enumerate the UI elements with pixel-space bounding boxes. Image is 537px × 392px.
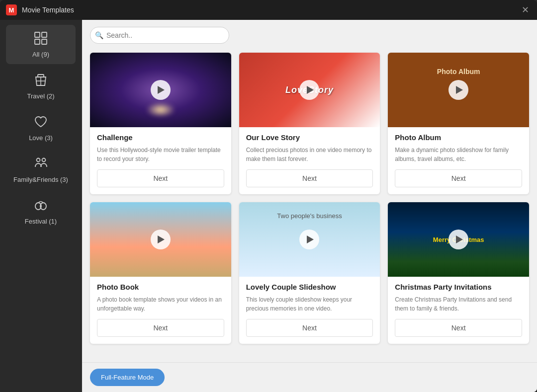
search-input-wrap: 🔍 [90,27,229,44]
family-svg [33,156,48,171]
card-title-lovestory: Our Love Story [246,133,373,142]
card-title-christmas: Christmas Party Invitations [395,283,522,291]
card-desc-coupleshow: This lovely couple slideshow keeps your … [246,295,373,313]
sidebar-item-love[interactable]: Love (3) [6,108,76,148]
sidebar-love-label: Love (3) [29,134,53,142]
sidebar-family-label: Family&Friends (3) [13,176,68,183]
close-button[interactable]: ✕ [519,4,531,16]
grid-svg [33,31,48,46]
sidebar-item-travel[interactable]: Travel (2) [6,67,76,106]
svg-rect-1 [42,32,47,37]
thumb-lovestory [239,53,380,127]
card-desc-lovestory: Collect precious photos in one video mem… [246,146,373,163]
card-desc-photobook: A photo book template shows your videos … [97,295,224,313]
card-title-photoalbum: Photo Album [395,133,522,142]
travel-icon [33,73,48,89]
svg-point-7 [37,158,40,162]
next-button-challenge[interactable]: Next [97,169,224,187]
search-bar: 🔍 [82,20,537,49]
card-title-photobook: Photo Book [97,283,224,291]
titlebar: M Movie Templates ✕ [0,0,537,20]
sidebar-travel-label: Travel (2) [27,92,54,100]
template-card-challenge: Challenge Use this Hollywood-style movie… [90,53,231,194]
next-button-lovestory[interactable]: Next [246,169,373,187]
travel-svg [33,73,48,87]
next-button-coupleshow[interactable]: Next [246,319,373,337]
search-icon: 🔍 [95,31,103,39]
template-card-christmas: Christmas Party Invitations Create Chris… [388,202,529,344]
sidebar-festival-label: Festival (1) [25,218,57,225]
play-button-christmas[interactable] [448,230,468,249]
play-button-coupleshow[interactable] [299,230,319,249]
sidebar-all-label: All (9) [32,51,49,58]
play-button-photoalbum[interactable] [448,80,468,100]
titlebar-left: M Movie Templates [6,4,74,15]
next-button-photoalbum[interactable]: Next [395,169,522,187]
template-card-coupleshow: Lovely Couple Slideshow This lovely coup… [239,202,380,344]
right-panel: 🔍 Challenge Use this Hollywood-style mov… [82,20,537,392]
card-body-lovestory: Our Love Story Collect precious photos i… [239,127,380,194]
next-button-christmas[interactable]: Next [395,319,522,337]
sidebar-item-family[interactable]: Family&Friends (3) [6,150,76,189]
card-desc-christmas: Create Christmas Party Invitations and s… [395,295,522,313]
svg-rect-3 [42,39,47,44]
play-button-photobook[interactable] [151,230,171,249]
love-icon [33,114,48,131]
svg-rect-0 [35,32,40,37]
card-title-challenge: Challenge [97,133,224,142]
family-icon [33,156,48,173]
card-body-photoalbum: Photo Album Make a dynamic photo slidesh… [388,127,529,194]
full-feature-button[interactable]: Full-Feature Mode [90,369,165,386]
template-card-lovestory: Our Love Story Collect precious photos i… [239,53,380,194]
template-card-photobook: Photo Book A photo book template shows y… [90,202,231,344]
card-body-coupleshow: Lovely Couple Slideshow This lovely coup… [239,277,380,344]
play-button-lovestory[interactable] [299,80,319,100]
next-button-photobook[interactable]: Next [97,319,224,337]
play-button-challenge[interactable] [151,80,171,100]
sidebar-item-all[interactable]: All (9) [6,25,76,64]
festival-icon [33,198,48,215]
thumb-challenge [90,53,231,127]
festival-svg [33,198,48,213]
card-body-christmas: Christmas Party Invitations Create Chris… [388,277,529,344]
template-card-photoalbum: Photo Album Make a dynamic photo slidesh… [388,53,529,194]
card-body-challenge: Challenge Use this Hollywood-style movie… [90,127,231,194]
window-title: Movie Templates [22,6,74,14]
svg-rect-2 [35,39,40,44]
bottom-bar: Full-Feature Mode [82,362,537,392]
card-desc-challenge: Use this Hollywood-style movie trailer t… [97,146,224,163]
thumb-coupleshow [239,202,380,277]
card-body-photobook: Photo Book A photo book template shows y… [90,277,231,344]
main-window: M Movie Templates ✕ All (9) [0,0,537,392]
main-content: All (9) Travel (2) [0,20,537,392]
app-icon: M [6,4,17,15]
thumb-christmas [388,202,529,277]
svg-point-8 [42,158,46,162]
sidebar: All (9) Travel (2) [0,20,82,392]
templates-grid: Challenge Use this Hollywood-style movie… [82,49,537,362]
love-svg [33,114,48,129]
search-input[interactable] [90,27,229,44]
grid-icon [33,31,48,48]
sidebar-item-festival[interactable]: Festival (1) [6,192,76,231]
card-desc-photoalbum: Make a dynamic photo slideshow for famil… [395,146,522,163]
thumb-photobook [90,202,231,277]
card-title-coupleshow: Lovely Couple Slideshow [246,283,373,291]
thumb-photoalbum [388,53,529,127]
